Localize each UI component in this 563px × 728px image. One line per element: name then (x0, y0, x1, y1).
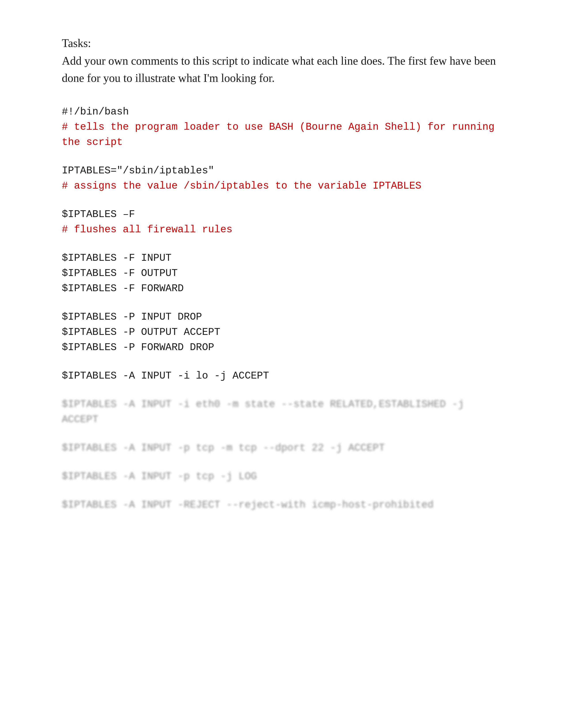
tasks-label: Tasks: (62, 35, 501, 51)
policy-input-drop-line: $IPTABLES -P INPUT DROP (62, 310, 501, 325)
flush-all-line: $IPTABLES –F (62, 207, 501, 222)
shebang-comment: # tells the program loader to use BASH (… (62, 120, 501, 150)
code-block-blurred-1: $IPTABLES -A INPUT -i eth0 -m state --st… (62, 397, 501, 427)
code-block-flush-chains: $IPTABLES -F INPUT $IPTABLES -F OUTPUT $… (62, 251, 501, 296)
iptables-var-line: IPTABLES="/sbin/iptables" (62, 163, 501, 178)
flush-input-line: $IPTABLES -F INPUT (62, 251, 501, 266)
code-block-shebang: #!/bin/bash # tells the program loader t… (62, 104, 501, 150)
blurred-line-1: $IPTABLES -A INPUT -i eth0 -m state --st… (62, 397, 501, 427)
loopback-line: $IPTABLES -A INPUT -i lo -j ACCEPT (62, 368, 501, 384)
blurred-line-3: $IPTABLES -A INPUT -p tcp -j LOG (62, 469, 501, 484)
code-block-blurred-2: $IPTABLES -A INPUT -p tcp -m tcp --dport… (62, 441, 501, 456)
code-section: #!/bin/bash # tells the program loader t… (62, 104, 501, 513)
flush-output-line: $IPTABLES -F OUTPUT (62, 266, 501, 281)
policy-output-accept-line: $IPTABLES -P OUTPUT ACCEPT (62, 325, 501, 340)
blurred-line-2: $IPTABLES -A INPUT -p tcp -m tcp --dport… (62, 441, 501, 456)
code-block-policy: $IPTABLES -P INPUT DROP $IPTABLES -P OUT… (62, 310, 501, 355)
flush-forward-line: $IPTABLES -F FORWARD (62, 281, 501, 296)
iptables-var-comment: # assigns the value /sbin/iptables to th… (62, 178, 501, 194)
code-block-loopback: $IPTABLES -A INPUT -i lo -j ACCEPT (62, 368, 501, 384)
code-block-flush-all: $IPTABLES –F # flushes all firewall rule… (62, 207, 501, 237)
shebang-line: #!/bin/bash (62, 104, 501, 120)
code-block-blurred-4: $IPTABLES -A INPUT -REJECT --reject-with… (62, 497, 501, 513)
code-block-iptables-var: IPTABLES="/sbin/iptables" # assigns the … (62, 163, 501, 194)
tasks-section: Tasks: Add your own comments to this scr… (62, 35, 501, 87)
code-block-blurred-3: $IPTABLES -A INPUT -p tcp -j LOG (62, 469, 501, 484)
tasks-description: Add your own comments to this script to … (62, 52, 501, 87)
flush-all-comment: # flushes all firewall rules (62, 222, 501, 237)
policy-forward-drop-line: $IPTABLES -P FORWARD DROP (62, 340, 501, 355)
page-container: Tasks: Add your own comments to this scr… (62, 35, 501, 513)
blurred-line-4: $IPTABLES -A INPUT -REJECT --reject-with… (62, 497, 501, 513)
